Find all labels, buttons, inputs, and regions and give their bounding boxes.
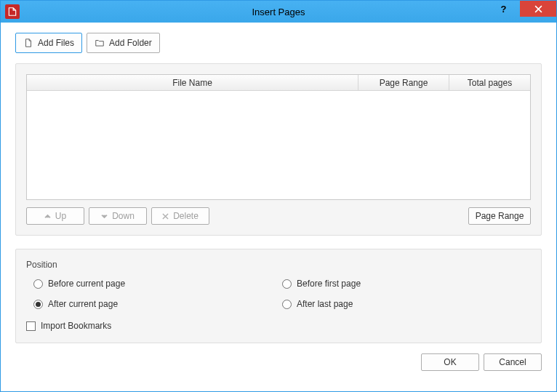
add-folder-button[interactable]: Add Folder: [87, 33, 160, 53]
up-label: Up: [55, 211, 66, 221]
import-bookmarks-checkbox[interactable]: Import Bookmarks: [26, 321, 531, 331]
add-file-icon: [23, 38, 33, 48]
table-header: File Name Page Range Total pages: [27, 75, 530, 91]
radio-icon: [33, 279, 43, 289]
radio-after-last[interactable]: After last page: [282, 299, 531, 309]
ok-button[interactable]: OK: [421, 353, 479, 371]
radio-before-current[interactable]: Before current page: [33, 279, 282, 289]
files-panel: File Name Page Range Total pages Up Down: [15, 63, 542, 236]
file-actions: Up Down Delete Page Range: [26, 207, 531, 225]
cancel-button[interactable]: Cancel: [484, 353, 542, 371]
radio-label: Before first page: [297, 279, 361, 289]
down-button[interactable]: Down: [89, 207, 147, 225]
add-files-button[interactable]: Add Files: [15, 33, 82, 53]
cancel-label: Cancel: [499, 357, 526, 367]
position-group-label: Position: [26, 260, 531, 270]
col-filename[interactable]: File Name: [27, 75, 358, 90]
radio-label: After last page: [297, 299, 353, 309]
window-controls: ?: [487, 1, 556, 23]
delete-button[interactable]: Delete: [151, 207, 209, 225]
client-area: Add Files Add Folder File Name Page Rang…: [1, 23, 556, 391]
down-label: Down: [112, 211, 135, 221]
app-icon: [5, 4, 20, 19]
dialog-window: Insert Pages ? Add Files Add Folder: [0, 0, 557, 392]
position-panel: Position Before current page Before firs…: [15, 249, 542, 343]
table-body[interactable]: [27, 91, 530, 199]
close-button[interactable]: [520, 1, 556, 17]
window-title: Insert Pages: [1, 7, 556, 17]
close-icon: [534, 5, 542, 13]
radio-before-first[interactable]: Before first page: [282, 279, 531, 289]
help-button[interactable]: ?: [487, 1, 520, 17]
add-folder-label: Add Folder: [109, 38, 152, 48]
file-add-toolbar: Add Files Add Folder: [15, 33, 542, 53]
radio-icon: [33, 300, 43, 309]
page-range-label: Page Range: [476, 211, 524, 221]
titlebar: Insert Pages ?: [1, 1, 556, 23]
col-pagerange[interactable]: Page Range: [358, 75, 449, 90]
up-button[interactable]: Up: [26, 207, 84, 225]
radio-after-current[interactable]: After current page: [33, 299, 282, 309]
delete-label: Delete: [173, 211, 199, 221]
x-icon: [162, 213, 169, 220]
col-totalpages[interactable]: Total pages: [449, 75, 530, 90]
add-files-label: Add Files: [38, 38, 74, 48]
add-folder-icon: [95, 38, 105, 48]
radio-label: Before current page: [48, 279, 125, 289]
files-table[interactable]: File Name Page Range Total pages: [26, 74, 531, 200]
checkbox-label: Import Bookmarks: [41, 321, 111, 331]
dialog-footer: OK Cancel: [15, 353, 542, 371]
radio-icon: [282, 300, 292, 309]
ok-label: OK: [444, 357, 456, 367]
radio-label: After current page: [48, 299, 118, 309]
page-range-button[interactable]: Page Range: [468, 207, 531, 225]
checkbox-icon: [26, 321, 36, 331]
chevron-up-icon: [44, 213, 51, 220]
position-options: Before current page Before first page Af…: [33, 279, 531, 309]
chevron-down-icon: [101, 213, 108, 220]
radio-icon: [282, 279, 292, 289]
